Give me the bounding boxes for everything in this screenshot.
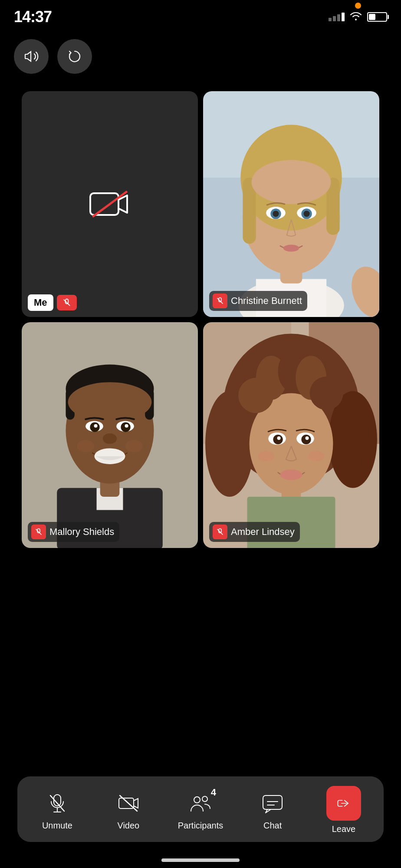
leave-icon-container — [326, 786, 361, 821]
svg-line-1 — [93, 192, 126, 216]
home-indicator — [161, 858, 240, 862]
participants-count: 4 — [211, 787, 216, 798]
svg-line-41 — [36, 529, 41, 535]
video-cell-mallory: Mallory Shields — [22, 322, 198, 548]
svg-point-39 — [77, 440, 95, 452]
chat-label: Chat — [263, 821, 282, 831]
svg-point-62 — [280, 469, 302, 480]
battery-icon — [367, 12, 387, 22]
recording-indicator — [355, 3, 361, 9]
unmute-icon — [43, 789, 71, 817]
name-label-mallory: Mallory Shields — [28, 522, 119, 542]
svg-rect-0 — [90, 193, 118, 215]
svg-point-61 — [305, 436, 309, 440]
video-grid: Me — [22, 91, 379, 548]
status-time: 14:37 — [14, 8, 52, 26]
wifi-icon — [349, 10, 363, 23]
svg-rect-69 — [119, 798, 134, 809]
name-label-christine: Christine Burnett — [209, 291, 307, 311]
svg-point-36 — [125, 424, 128, 428]
svg-point-17 — [273, 211, 279, 217]
muted-icon-mallory — [31, 525, 46, 539]
video-off-icon — [88, 187, 131, 221]
participants-icon: 4 — [187, 789, 214, 817]
name-text-mallory: Mallory Shields — [49, 526, 114, 538]
me-badges: Me — [28, 294, 77, 311]
leave-label: Leave — [332, 824, 356, 834]
svg-point-71 — [194, 797, 200, 803]
top-controls — [14, 39, 92, 74]
svg-point-19 — [283, 244, 299, 251]
participants-button[interactable]: 4 Participants — [178, 789, 224, 831]
speaker-button[interactable] — [14, 39, 49, 74]
chat-icon — [259, 789, 286, 817]
status-bar: 14:37 — [0, 0, 401, 30]
svg-point-38 — [94, 448, 125, 464]
unmute-button[interactable]: Unmute — [36, 789, 79, 831]
status-icons — [329, 10, 387, 23]
video-button[interactable]: Video — [107, 789, 150, 831]
unmute-label: Unmute — [42, 821, 72, 831]
video-cell-amber: Amber Lindsey — [203, 322, 379, 548]
video-icon — [115, 789, 142, 817]
leave-button[interactable]: Leave — [322, 786, 365, 834]
muted-icon-amber — [213, 525, 227, 539]
svg-point-60 — [277, 436, 281, 440]
name-text-amber: Amber Lindsey — [231, 526, 295, 538]
svg-point-30 — [68, 382, 152, 422]
muted-icon-christine — [213, 294, 227, 308]
bottom-toolbar: Unmute Video 4 Participants — [17, 776, 384, 842]
me-label: Me — [28, 294, 53, 311]
video-label: Video — [117, 821, 139, 831]
svg-point-12 — [252, 160, 331, 205]
name-text-christine: Christine Burnett — [231, 295, 302, 307]
svg-point-53 — [310, 376, 343, 410]
video-cell-christine: Christine Burnett — [203, 91, 379, 317]
svg-line-21 — [217, 298, 223, 304]
video-cell-me: Me — [22, 91, 198, 317]
chat-button[interactable]: Chat — [251, 789, 294, 831]
svg-point-64 — [309, 451, 325, 462]
svg-point-40 — [125, 440, 143, 452]
participants-label: Participants — [178, 821, 224, 831]
svg-point-72 — [202, 796, 207, 802]
signal-bars-icon — [329, 13, 345, 21]
svg-point-63 — [258, 451, 274, 462]
svg-point-18 — [303, 211, 309, 217]
name-label-amber: Amber Lindsey — [209, 522, 300, 542]
me-muted-icon — [57, 295, 77, 310]
svg-line-65 — [217, 529, 223, 535]
svg-point-52 — [238, 378, 273, 413]
svg-point-37 — [103, 433, 117, 444]
svg-rect-73 — [263, 795, 282, 809]
rotate-button[interactable] — [57, 39, 92, 74]
svg-line-2 — [64, 300, 69, 305]
svg-point-35 — [94, 424, 97, 428]
